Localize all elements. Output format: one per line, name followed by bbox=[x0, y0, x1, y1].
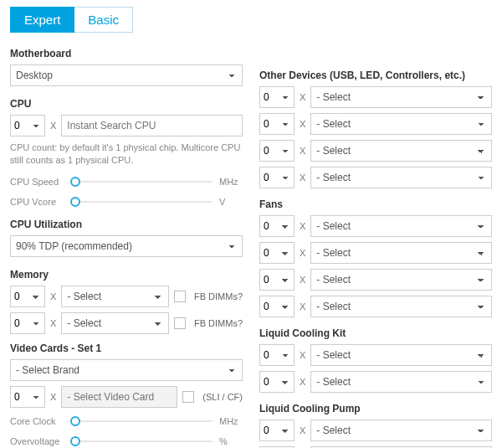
fb-dimms-checkbox-0[interactable] bbox=[174, 291, 186, 302]
core-clock-slider[interactable] bbox=[70, 415, 213, 427]
cpu-label: CPU bbox=[10, 98, 243, 110]
cpu-speed-slider[interactable] bbox=[70, 176, 213, 188]
sli-label: (SLI / CF) bbox=[202, 392, 243, 402]
memory-label: Memory bbox=[10, 269, 243, 281]
other-qty-1[interactable]: 0 bbox=[259, 113, 295, 135]
overvoltage-slider[interactable] bbox=[70, 435, 213, 447]
cpu-util-select[interactable]: 90% TDP (recommended) bbox=[10, 235, 243, 257]
x-sep: X bbox=[300, 301, 305, 312]
motherboard-select[interactable]: Desktop bbox=[10, 64, 243, 86]
fans-select-0[interactable]: - Select bbox=[310, 215, 492, 237]
other-devices-label: Other Devices (USB, LED, Controllers, et… bbox=[259, 70, 492, 81]
tab-expert[interactable]: Expert bbox=[10, 7, 74, 33]
memory-qty-0[interactable]: 0 bbox=[10, 286, 45, 307]
core-clock-label: Core Clock bbox=[10, 416, 64, 426]
x-sep: X bbox=[300, 377, 305, 387]
other-qty-0[interactable]: 0 bbox=[259, 86, 295, 108]
fb-dimms-label-1: FB DIMMs? bbox=[194, 318, 243, 328]
x-sep: X bbox=[300, 275, 305, 285]
x-sep: X bbox=[50, 121, 56, 131]
x-sep: X bbox=[50, 291, 56, 301]
fans-select-3[interactable]: - Select bbox=[310, 296, 492, 317]
x-sep: X bbox=[300, 248, 305, 258]
x-sep: X bbox=[300, 146, 305, 156]
cpu-speed-unit: MHz bbox=[219, 177, 243, 187]
overvoltage-unit: % bbox=[219, 436, 243, 446]
fans-qty-3[interactable]: 0 bbox=[259, 296, 295, 317]
cpu-vcore-unit: V bbox=[219, 197, 243, 207]
cpu-speed-label: CPU Speed bbox=[10, 177, 64, 187]
x-sep: X bbox=[300, 92, 305, 102]
x-sep: X bbox=[300, 221, 305, 231]
x-sep: X bbox=[50, 318, 56, 328]
other-qty-3[interactable]: 0 bbox=[259, 167, 295, 188]
other-qty-2[interactable]: 0 bbox=[259, 140, 295, 162]
cpu-hint: CPU count: by default it's 1 physical ch… bbox=[10, 142, 243, 167]
overvoltage-label: Overvoltage bbox=[10, 436, 64, 446]
lck-qty-1[interactable]: 0 bbox=[259, 371, 295, 393]
video-label: Video Cards - Set 1 bbox=[10, 342, 243, 354]
other-select-3[interactable]: - Select bbox=[310, 167, 492, 188]
memory-qty-1[interactable]: 0 bbox=[10, 312, 45, 334]
memory-select-0[interactable]: - Select bbox=[61, 286, 169, 307]
cpu-util-label: CPU Utilization bbox=[10, 219, 243, 230]
video-card-input[interactable] bbox=[61, 386, 177, 408]
cpu-qty[interactable]: 0 bbox=[10, 115, 45, 136]
video-qty[interactable]: 0 bbox=[10, 386, 45, 408]
other-select-0[interactable]: - Select bbox=[310, 86, 492, 108]
cpu-vcore-slider[interactable] bbox=[70, 196, 213, 208]
tabs: Expert Basic bbox=[10, 7, 492, 33]
core-clock-unit: MHz bbox=[219, 416, 243, 426]
x-sep: X bbox=[300, 350, 305, 360]
tab-basic[interactable]: Basic bbox=[74, 7, 133, 33]
fans-qty-1[interactable]: 0 bbox=[259, 242, 295, 264]
liquid-cooling-kit-label: Liquid Cooling Kit bbox=[259, 327, 492, 339]
fans-label: Fans bbox=[259, 198, 492, 210]
fans-qty-0[interactable]: 0 bbox=[259, 215, 295, 237]
x-sep: X bbox=[300, 425, 305, 435]
lck-qty-0[interactable]: 0 bbox=[259, 344, 295, 366]
left-column: Motherboard Desktop CPU 0 X CPU count: b… bbox=[10, 41, 243, 448]
x-sep: X bbox=[300, 173, 305, 183]
motherboard-label: Motherboard bbox=[10, 48, 243, 59]
other-select-1[interactable]: - Select bbox=[310, 113, 492, 135]
lcp-qty-0[interactable]: 0 bbox=[259, 420, 295, 441]
cpu-vcore-label: CPU Vcore bbox=[10, 197, 64, 207]
fb-dimms-checkbox-1[interactable] bbox=[174, 317, 186, 329]
fans-select-1[interactable]: - Select bbox=[310, 242, 492, 264]
sli-checkbox[interactable] bbox=[182, 391, 194, 403]
lck-select-1[interactable]: - Select bbox=[310, 371, 492, 393]
lcp-select-0[interactable]: - Select bbox=[310, 420, 492, 441]
fans-qty-2[interactable]: 0 bbox=[259, 269, 295, 291]
liquid-cooling-pump-label: Liquid Cooling Pump bbox=[259, 403, 492, 415]
x-sep: X bbox=[300, 119, 305, 129]
memory-select-1[interactable]: - Select bbox=[61, 312, 169, 334]
cpu-search-input[interactable] bbox=[61, 115, 243, 136]
right-column: Other Devices (USB, LED, Controllers, et… bbox=[259, 41, 492, 448]
other-select-2[interactable]: - Select bbox=[310, 140, 492, 162]
fb-dimms-label-0: FB DIMMs? bbox=[194, 291, 243, 301]
fans-select-2[interactable]: - Select bbox=[310, 269, 492, 291]
video-brand-select[interactable]: - Select Brand bbox=[10, 359, 243, 381]
lck-select-0[interactable]: - Select bbox=[310, 344, 492, 366]
x-sep: X bbox=[50, 392, 56, 402]
